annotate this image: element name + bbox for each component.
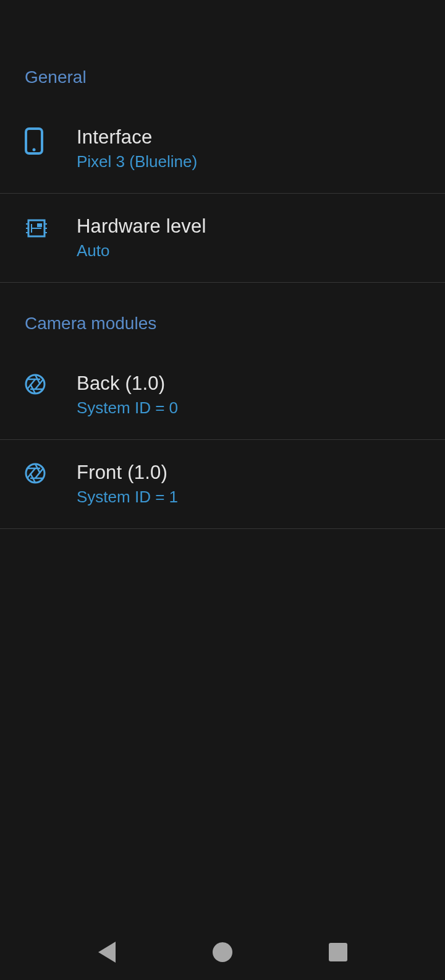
recent-square-icon xyxy=(329,943,347,961)
setting-interface-text: Interface Pixel 3 (Blueline) xyxy=(77,126,430,171)
svg-rect-5 xyxy=(37,223,42,227)
home-circle-icon xyxy=(213,942,232,962)
nav-recent-button[interactable] xyxy=(301,934,375,971)
setting-interface-sub: Pixel 3 (Blueline) xyxy=(77,152,430,171)
back-triangle-icon xyxy=(98,942,116,963)
setting-hardware-sub: Auto xyxy=(77,241,430,260)
svg-line-14 xyxy=(35,379,43,389)
svg-point-12 xyxy=(26,375,44,393)
section-header-general: General xyxy=(0,59,445,98)
setting-camera-back[interactable]: Back (1.0) System ID = 0 xyxy=(0,345,445,440)
svg-point-1 xyxy=(33,148,36,152)
nav-back-button[interactable] xyxy=(70,934,144,971)
nav-home-button[interactable] xyxy=(185,934,260,971)
section-header-camera: Camera modules xyxy=(0,283,445,345)
setting-camera-front-text: Front (1.0) System ID = 1 xyxy=(77,462,430,507)
svg-line-17 xyxy=(27,379,35,389)
setting-hardware-level[interactable]: Hardware level Auto xyxy=(0,194,445,283)
setting-camera-front-title: Front (1.0) xyxy=(77,462,430,484)
aperture-icon xyxy=(25,372,77,395)
android-navbar xyxy=(0,924,445,980)
svg-point-19 xyxy=(26,464,44,483)
setting-camera-back-text: Back (1.0) System ID = 0 xyxy=(77,372,430,418)
aperture-icon xyxy=(25,462,77,484)
setting-hardware-text: Hardware level Auto xyxy=(77,215,430,260)
setting-camera-back-sub: System ID = 0 xyxy=(77,398,430,418)
setting-camera-front[interactable]: Front (1.0) System ID = 1 xyxy=(0,440,445,529)
setting-hardware-title: Hardware level xyxy=(77,215,430,238)
setting-camera-front-sub: System ID = 1 xyxy=(77,488,430,507)
svg-line-24 xyxy=(27,468,35,478)
setting-interface-title: Interface xyxy=(77,126,430,148)
settings-content: General Interface Pixel 3 (Blueline) xyxy=(0,0,445,529)
phone-icon xyxy=(25,126,77,155)
chip-icon xyxy=(25,215,77,240)
setting-camera-back-title: Back (1.0) xyxy=(77,372,430,395)
svg-line-21 xyxy=(35,468,43,478)
setting-interface[interactable]: Interface Pixel 3 (Blueline) xyxy=(0,98,445,194)
